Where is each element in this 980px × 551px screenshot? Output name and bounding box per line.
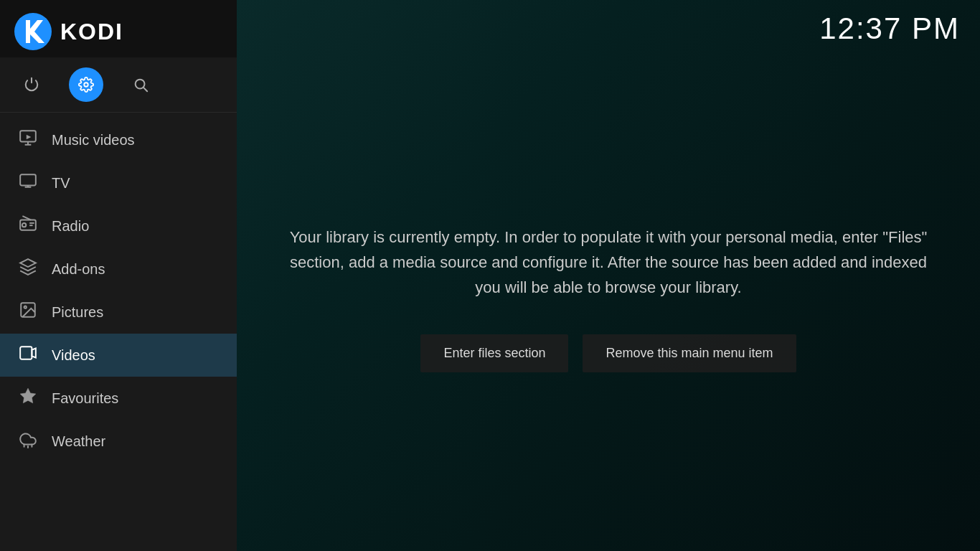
sidebar-item-weather[interactable]: Weather xyxy=(0,420,237,463)
sidebar-item-favourites-label: Favourites xyxy=(52,390,118,407)
star-icon xyxy=(17,387,39,410)
pictures-icon xyxy=(17,301,39,324)
svg-rect-14 xyxy=(20,347,32,359)
sidebar-item-tv[interactable]: TV xyxy=(0,161,237,204)
sidebar-item-radio[interactable]: Radio xyxy=(0,204,237,248)
svg-point-13 xyxy=(24,306,27,309)
sidebar: KODI xyxy=(0,0,237,551)
weather-icon xyxy=(17,430,39,453)
app-title: KODI xyxy=(60,19,123,45)
search-icon xyxy=(133,77,149,93)
clock-display: 12:37 PM xyxy=(819,11,960,46)
main-content: 12:37 PM Your library is currently empty… xyxy=(237,0,980,551)
sidebar-item-addons-label: Add-ons xyxy=(52,261,105,278)
sidebar-item-music-videos[interactable]: Music videos xyxy=(0,118,237,161)
action-buttons: Enter files section Remove this main men… xyxy=(420,334,796,372)
svg-marker-6 xyxy=(27,135,32,140)
content-area: Your library is currently empty. In orde… xyxy=(237,46,980,551)
sidebar-item-addons[interactable]: Add-ons xyxy=(0,248,237,291)
sidebar-item-tv-label: TV xyxy=(52,175,70,192)
top-bar: 12:37 PM xyxy=(237,0,980,46)
search-button[interactable] xyxy=(123,67,158,102)
sidebar-menu: Music videos TV xyxy=(0,113,237,551)
sidebar-item-videos-label: Videos xyxy=(52,347,95,364)
music-video-icon xyxy=(17,128,39,151)
power-icon xyxy=(24,77,39,93)
sidebar-controls xyxy=(0,57,237,113)
sidebar-item-videos[interactable]: Videos xyxy=(0,334,237,377)
remove-menu-item-button[interactable]: Remove this main menu item xyxy=(583,334,796,372)
power-button[interactable] xyxy=(14,67,49,102)
enter-files-button[interactable]: Enter files section xyxy=(420,334,568,372)
radio-icon xyxy=(17,215,39,237)
sidebar-item-weather-label: Weather xyxy=(52,433,105,450)
svg-line-4 xyxy=(143,88,147,91)
sidebar-item-music-videos-label: Music videos xyxy=(52,132,135,149)
svg-marker-15 xyxy=(20,388,36,403)
sidebar-item-pictures[interactable]: Pictures xyxy=(0,291,237,334)
gear-icon xyxy=(78,77,94,93)
library-empty-message: Your library is currently empty. In orde… xyxy=(286,225,931,301)
addon-icon xyxy=(17,258,39,281)
svg-rect-7 xyxy=(20,174,36,185)
sidebar-header: KODI xyxy=(0,0,237,57)
sidebar-item-favourites[interactable]: Favourites xyxy=(0,377,237,420)
svg-point-9 xyxy=(22,223,26,227)
svg-point-2 xyxy=(84,83,88,87)
kodi-logo-icon xyxy=(14,13,52,50)
videos-icon xyxy=(17,344,39,367)
settings-button[interactable] xyxy=(69,67,103,102)
tv-icon xyxy=(17,171,39,194)
sidebar-item-pictures-label: Pictures xyxy=(52,304,103,321)
sidebar-item-radio-label: Radio xyxy=(52,218,89,235)
